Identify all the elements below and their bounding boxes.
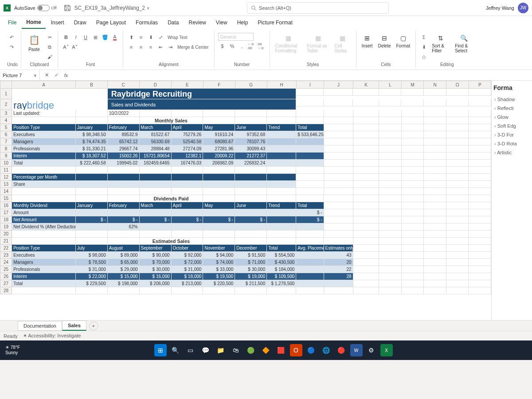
effect-3-d for[interactable]: 3-D For [493,130,530,139]
dec-decimal-icon[interactable]: .00 →.0 [257,42,266,51]
ribbon: ↶ ↷ Undo 📋Paste ✂ ⧉ 🖌 Clipboard B I U ⊞ … [0,29,532,70]
accessibility-status[interactable]: ✶ Accessibility: Investigate [23,333,81,339]
format-painter-icon[interactable]: 🖌 [45,52,54,61]
currency-button[interactable]: $ [218,42,227,51]
orientation-icon[interactable]: ⤢ [156,33,165,42]
weather-widget[interactable]: ☀ 78°F Sunny [5,345,20,356]
paste-button[interactable]: 📋Paste [25,33,43,53]
underline-button[interactable]: U [81,33,90,42]
explorer-icon[interactable]: 📁 [215,344,227,356]
tab-view[interactable]: View [211,17,232,28]
filename[interactable]: SC_EX19_3a_JeffreyWang_2∨ [74,5,150,11]
search-input[interactable]: Search (Alt+Q) [247,2,389,14]
edge-icon[interactable]: 🌐 [320,344,332,356]
app-icon-4[interactable]: 🔵 [305,344,317,356]
tab-picture-format[interactable]: Picture Format [253,17,297,28]
align-right-icon[interactable]: ≡ [146,43,155,51]
italic-button[interactable]: I [71,33,80,42]
app-icon-3[interactable]: 🟥 [275,344,287,356]
formula-bar-row: Picture 7∨ ✕ ✓ fx [0,70,532,81]
redo-button[interactable]: ↷ [7,43,16,51]
sort-filter-button[interactable]: ⇅Sort & Filter [430,33,451,54]
indent-inc-icon[interactable]: ⇥ [166,43,175,51]
sheet-tab-sales[interactable]: Sales [62,321,86,331]
tab-page-layout[interactable]: Page Layout [92,17,130,28]
fill-icon[interactable]: ⬇ [419,43,428,51]
effect-glow[interactable]: Glow [493,113,530,121]
start-icon[interactable]: ⊞ [154,344,167,356]
align-center-icon[interactable]: ≡ [137,43,145,51]
align-middle-icon[interactable]: ≡ [137,33,145,42]
align-top-icon[interactable]: ⬆ [127,33,136,42]
enter-formula-icon[interactable]: ✓ [52,71,60,79]
tab-help[interactable]: Help [233,17,253,28]
fill-color-button[interactable]: 🪣 [101,33,110,42]
font-color-button[interactable]: A [110,33,119,42]
tab-data[interactable]: Data [163,17,183,28]
word-icon[interactable]: W [350,344,363,356]
delete-cells-button[interactable]: ⊟Delete [376,33,393,49]
tab-file[interactable]: File [4,17,21,28]
percent-button[interactable]: % [228,42,237,51]
tab-draw[interactable]: Draw [70,17,91,28]
user-account[interactable]: Jeffrey Wang JW [486,3,528,13]
fx-icon[interactable]: fx [62,71,70,79]
border-button[interactable]: ⊞ [91,33,100,42]
font-increase-icon[interactable]: A˄ [62,43,70,51]
taskbar-excel-icon[interactable]: X [380,344,393,356]
tab-review[interactable]: Review [184,17,210,28]
tab-home[interactable]: Home [22,16,45,29]
align-bottom-icon[interactable]: ⬇ [146,33,155,42]
avatar[interactable]: JW [518,3,528,13]
insert-cells-button[interactable]: ⊞Insert [360,33,375,49]
windows-taskbar: ☀ 78°F Sunny ⊞ 🔍 ▭ 💬 📁 🛍 🟢 🔶 🟥 O 🔵 🌐 🔴 W… [0,340,532,360]
sheet-tab-documentation[interactable]: Documentation [18,321,62,331]
task-search-icon[interactable]: 🔍 [169,344,182,356]
sheet-tab-bar: DocumentationSales+ [0,320,532,331]
title-bar: X AutoSave Off SC_EX19_3a_JeffreyWang_2∨… [0,0,532,16]
number-format-select[interactable]: General [218,33,254,41]
find-select-button[interactable]: 🔍Find & Select [453,33,474,54]
copy-icon[interactable]: ⧉ [45,43,54,51]
cut-icon[interactable]: ✂ [45,33,54,42]
comma-button[interactable]: , [238,42,246,51]
effect-shadow[interactable]: Shadow [493,95,530,104]
indent-dec-icon[interactable]: ⇤ [156,43,165,51]
add-sheet-button[interactable]: + [89,321,98,330]
font-decrease-icon[interactable]: A˅ [70,43,79,51]
bold-button[interactable]: B [62,33,70,42]
name-box[interactable]: Picture 7∨ [0,70,40,80]
search-icon [251,5,256,11]
effect-soft edg[interactable]: Soft Edg [493,121,530,130]
app-icon-2[interactable]: 🔶 [260,344,272,356]
tab-insert[interactable]: Insert [47,17,69,28]
office-icon[interactable]: O [290,344,302,356]
align-left-icon[interactable]: ≡ [127,43,136,51]
app-icon-1[interactable]: 🟢 [245,344,257,356]
save-icon[interactable] [64,4,71,12]
store-icon[interactable]: 🛍 [230,344,242,356]
chat-icon[interactable]: 💬 [200,344,212,356]
tab-formulas[interactable]: Formulas [131,17,162,28]
format-cells-button[interactable]: ▢Format [395,33,412,49]
task-view-icon[interactable]: ▭ [184,344,197,356]
cancel-formula-icon[interactable]: ✕ [43,71,51,79]
autosum-icon[interactable]: Σ [419,33,428,42]
settings-icon[interactable]: ⚙ [365,344,378,356]
merge-button[interactable]: Merge & Center [176,43,211,51]
effect-artistic[interactable]: Artistic [493,148,530,157]
autosave-toggle[interactable]: AutoSave Off [14,5,57,11]
undo-button[interactable]: ↶ [7,33,16,42]
toggle-icon[interactable] [37,5,50,11]
effect-reflecti[interactable]: Reflecti [493,104,530,113]
conditional-formatting-button[interactable]: ▦Conditional Formatting [274,33,304,54]
effect-3-d rota[interactable]: 3-D Rota [493,139,530,148]
worksheet-grid[interactable]: ABCDEFGHIJKLMNOP1Raybridge Recruiting2ra… [0,81,491,320]
clear-icon[interactable]: ◇ [419,52,428,61]
cell-styles-button[interactable]: ▦Cell Styles [333,33,352,54]
format-as-table-button[interactable]: ▦Format as Table [305,33,331,54]
taskbar-center: ⊞ 🔍 ▭ 💬 📁 🛍 🟢 🔶 🟥 O 🔵 🌐 🔴 W ⚙ X [154,344,393,356]
wrap-text-button[interactable]: Wrap Text [166,33,189,42]
chrome-icon[interactable]: 🔴 [335,344,348,356]
inc-decimal-icon[interactable]: ←.0 .00 [247,42,256,51]
